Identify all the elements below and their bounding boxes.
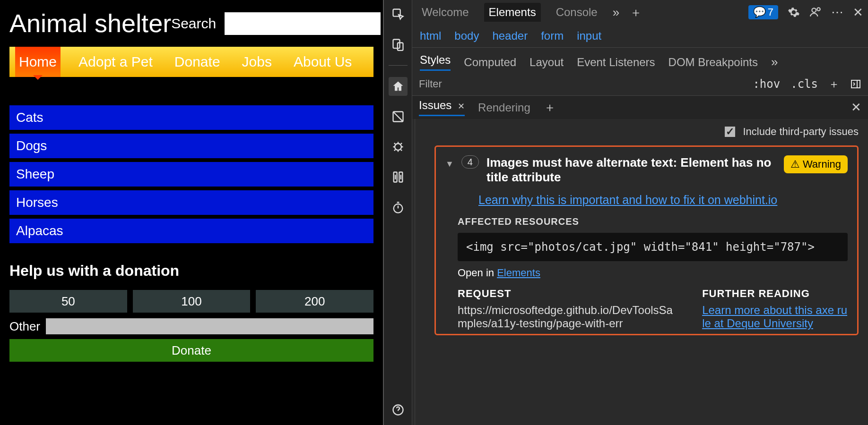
request-column: REQUEST https://microsoftedge.github.io/…	[458, 288, 674, 330]
crumb-form[interactable]: form	[541, 29, 564, 42]
nav-about[interactable]: About Us	[290, 54, 356, 70]
category-list: Cats Dogs Sheep Horses Alpacas	[9, 105, 373, 243]
tab-elements[interactable]: Elements	[484, 3, 541, 22]
open-in-prefix: Open in	[458, 267, 497, 279]
search-form: Search go	[171, 12, 418, 35]
issues-count: 7	[768, 6, 773, 18]
svg-point-9	[812, 8, 816, 12]
new-rule-icon[interactable]: ＋	[828, 76, 840, 92]
issue-columns: REQUEST https://microsoftedge.github.io/…	[458, 288, 848, 330]
category-cats[interactable]: Cats	[9, 105, 373, 130]
issue-count-badge: 4	[461, 155, 479, 169]
nav-donate[interactable]: Donate	[171, 54, 224, 70]
devtools-main: Welcome Elements Console » ＋ 💬 7 ⋯ ✕	[412, 0, 868, 425]
nav-adopt[interactable]: Adopt a Pet	[75, 54, 156, 70]
bug-icon[interactable]	[389, 137, 408, 156]
subtab-computed[interactable]: Computed	[464, 56, 516, 69]
amount-row: 50 100 200	[9, 290, 373, 313]
help-icon[interactable]	[389, 400, 408, 419]
drawer-add-tab-icon[interactable]: ＋	[544, 99, 556, 116]
search-label: Search	[171, 16, 216, 32]
more-tabs-icon[interactable]: »	[613, 5, 619, 20]
styles-filter-row: Filter :hov .cls ＋	[412, 73, 868, 96]
close-devtools-icon[interactable]: ✕	[853, 5, 863, 20]
cls-toggle[interactable]: .cls	[790, 77, 818, 91]
collapse-icon[interactable]: ▼	[445, 159, 454, 169]
tab-console[interactable]: Console	[551, 3, 602, 22]
sidebar-divider	[389, 65, 408, 66]
warning-badge: ⚠ Warning	[784, 155, 848, 173]
affected-resources-label: AFFECTED RESOURCES	[458, 216, 848, 227]
warning-label: Warning	[803, 158, 841, 170]
category-dogs[interactable]: Dogs	[9, 134, 373, 158]
donate-button[interactable]: Donate	[9, 339, 373, 362]
issue-head[interactable]: ▼ 4 Images must have alternate text: Ele…	[445, 155, 848, 185]
donation-section: Help us with a donation 50 100 200 Other…	[9, 262, 373, 362]
affected-code: <img src="photos/cat.jpg" width="841" he…	[458, 233, 848, 261]
request-label: REQUEST	[458, 288, 674, 300]
more-icon[interactable]: ⋯	[831, 5, 843, 20]
learn-more-link[interactable]: Learn why this is important and how to f…	[478, 193, 848, 207]
more-subtabs-icon[interactable]: »	[771, 55, 778, 69]
subtab-styles[interactable]: Styles	[420, 53, 451, 71]
tab-welcome[interactable]: Welcome	[417, 3, 474, 22]
crumb-html[interactable]: html	[420, 29, 441, 42]
further-label: FURTHER READING	[702, 288, 848, 300]
search-input[interactable]	[225, 12, 381, 35]
filter-input[interactable]: Filter	[419, 78, 442, 90]
amount-50[interactable]: 50	[9, 290, 127, 313]
drawer-tab-issues[interactable]: Issues ✕	[419, 99, 465, 116]
top-right-tools: 💬 7 ⋯ ✕	[748, 5, 863, 20]
stopwatch-icon[interactable]	[389, 198, 408, 217]
request-url[interactable]: https://microsoftedge.github.io/DevTools…	[458, 304, 674, 330]
open-in-row: Open in Elements	[458, 267, 848, 279]
other-row: Other	[9, 318, 373, 334]
open-in-elements-link[interactable]: Elements	[497, 267, 540, 279]
chat-icon: 💬	[753, 6, 766, 18]
svg-rect-1	[393, 40, 399, 49]
transfer-icon[interactable]	[389, 168, 408, 187]
feedback-icon[interactable]	[809, 6, 822, 18]
warning-icon: ⚠	[790, 158, 800, 170]
crumb-input[interactable]: input	[577, 29, 601, 42]
svg-point-4	[395, 144, 401, 150]
styles-tools: :hov .cls ＋	[753, 76, 861, 92]
crumb-header[interactable]: header	[492, 29, 528, 42]
devtools-sidebar	[384, 0, 412, 425]
category-alpacas[interactable]: Alpacas	[9, 219, 373, 243]
svg-rect-11	[851, 80, 860, 88]
issues-badge[interactable]: 💬 7	[748, 5, 778, 19]
third-party-toggle[interactable]: ✓ Include third-party issues	[434, 126, 859, 138]
further-reading-link[interactable]: Learn more about this axe rule at Deque …	[702, 304, 847, 330]
other-amount-input[interactable]	[46, 318, 373, 334]
site-title: Animal shelter	[9, 9, 171, 37]
subtab-dombreakpoints[interactable]: DOM Breakpoints	[668, 56, 758, 69]
home-icon[interactable]	[389, 77, 408, 96]
checkbox-checked-icon[interactable]: ✓	[725, 127, 735, 137]
drawer-close-icon[interactable]: ✕	[851, 100, 861, 115]
category-horses[interactable]: Horses	[9, 190, 373, 215]
settings-icon[interactable]	[788, 6, 800, 18]
image-off-icon[interactable]	[389, 107, 408, 126]
styles-tabs: Styles Computed Layout Event Listeners D…	[412, 48, 868, 73]
close-issues-tab-icon[interactable]: ✕	[458, 102, 465, 111]
nav-jobs[interactable]: Jobs	[238, 54, 276, 70]
inspect-icon[interactable]	[389, 5, 408, 24]
device-icon[interactable]	[389, 35, 408, 54]
crumb-body[interactable]: body	[454, 29, 479, 42]
svg-point-10	[817, 8, 820, 11]
further-reading-column: FURTHER READING Learn more about this ax…	[702, 288, 848, 330]
nav-home[interactable]: Home	[15, 47, 61, 77]
subtab-eventlisteners[interactable]: Event Listeners	[577, 56, 655, 69]
subtab-layout[interactable]: Layout	[529, 56, 564, 69]
hov-toggle[interactable]: :hov	[753, 77, 780, 91]
sidebar-toggle-icon[interactable]	[850, 78, 861, 90]
site-header: Animal shelter Search go	[9, 0, 373, 47]
amount-100[interactable]: 100	[133, 290, 251, 313]
category-sheep[interactable]: Sheep	[9, 162, 373, 187]
other-label: Other	[9, 319, 40, 334]
drawer-tab-rendering[interactable]: Rendering	[478, 101, 530, 114]
add-tab-icon[interactable]: ＋	[630, 4, 642, 21]
amount-200[interactable]: 200	[256, 290, 373, 313]
devtools-top-tabs: Welcome Elements Console » ＋ 💬 7 ⋯ ✕	[412, 0, 868, 25]
